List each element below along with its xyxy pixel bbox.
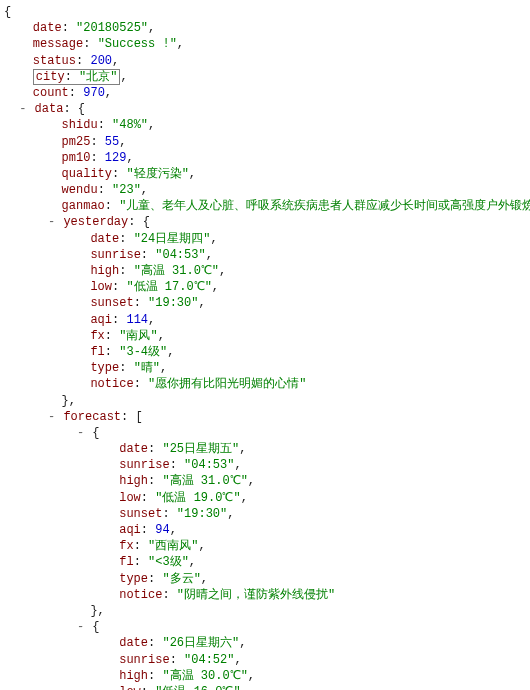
json-line: low: "低温 19.0℃", bbox=[4, 490, 530, 506]
json-key: date bbox=[119, 442, 148, 456]
collapse-toggle[interactable]: - bbox=[47, 214, 56, 230]
collapse-toggle[interactable]: - bbox=[76, 619, 85, 635]
json-string-value: "19:30" bbox=[177, 507, 227, 521]
json-line: }, bbox=[4, 393, 530, 409]
json-property: low: "低温 17.0℃" bbox=[90, 280, 211, 294]
json-bracket-open: { bbox=[92, 426, 99, 440]
json-line: shidu: "48%", bbox=[4, 117, 530, 133]
json-property: date: "24日星期四" bbox=[90, 232, 210, 246]
json-property: high: "高温 31.0℃" bbox=[90, 264, 219, 278]
json-property: count: 970 bbox=[33, 86, 105, 100]
json-string-value: "高温 31.0℃" bbox=[162, 474, 247, 488]
json-line: low: "低温 17.0℃", bbox=[4, 279, 530, 295]
json-key: forecast bbox=[63, 410, 121, 424]
json-property: sunset: "19:30" bbox=[119, 507, 227, 521]
json-string-value: "多云" bbox=[162, 572, 200, 586]
json-line: sunrise: "04:53", bbox=[4, 457, 530, 473]
json-string-value: "48%" bbox=[112, 118, 148, 132]
json-string-value: "阴晴之间，谨防紫外线侵扰" bbox=[177, 588, 335, 602]
json-key: sunrise bbox=[90, 248, 140, 262]
json-key: low bbox=[90, 280, 112, 294]
json-property: sunrise: "04:53" bbox=[90, 248, 205, 262]
json-line: type: "多云", bbox=[4, 571, 530, 587]
json-property: type: "多云" bbox=[119, 572, 201, 586]
json-string-value: "低温 17.0℃" bbox=[126, 280, 211, 294]
json-line: date: "24日星期四", bbox=[4, 231, 530, 247]
json-key: sunrise bbox=[119, 458, 169, 472]
json-string-value: "04:52" bbox=[184, 653, 234, 667]
json-line: - forecast: [ bbox=[4, 409, 530, 425]
json-line: high: "高温 31.0℃", bbox=[4, 473, 530, 489]
json-key: notice bbox=[119, 588, 162, 602]
json-line: pm10: 129, bbox=[4, 150, 530, 166]
collapse-toggle[interactable]: - bbox=[18, 101, 27, 117]
json-property: high: "高温 30.0℃" bbox=[119, 669, 248, 683]
json-key: ganmao bbox=[62, 199, 105, 213]
json-line: date: "26日星期六", bbox=[4, 635, 530, 651]
json-string-value: "低温 19.0℃" bbox=[155, 491, 240, 505]
json-string-value: "04:53" bbox=[184, 458, 234, 472]
collapse-toggle[interactable]: - bbox=[47, 409, 56, 425]
json-key: date bbox=[90, 232, 119, 246]
json-line: fl: "<3级", bbox=[4, 554, 530, 570]
json-string-value: "轻度污染" bbox=[126, 167, 188, 181]
json-line: { bbox=[4, 4, 530, 20]
json-line: pm25: 55, bbox=[4, 134, 530, 150]
json-key: type bbox=[119, 572, 148, 586]
json-key: city bbox=[36, 70, 65, 84]
json-property: city: "北京" bbox=[33, 69, 121, 85]
json-line: sunset: "19:30", bbox=[4, 506, 530, 522]
json-string-value: "Success !" bbox=[98, 37, 177, 51]
json-string-value: "西南风" bbox=[148, 539, 198, 553]
json-key: shidu bbox=[62, 118, 98, 132]
json-property: fx: "南风" bbox=[90, 329, 157, 343]
json-key: fl bbox=[119, 555, 133, 569]
json-number-value: 55 bbox=[105, 135, 119, 149]
json-key: yesterday bbox=[63, 215, 128, 229]
json-line: count: 970, bbox=[4, 85, 530, 101]
json-line: wendu: "23", bbox=[4, 182, 530, 198]
json-line: - data: { bbox=[4, 101, 530, 117]
json-property: aqi: 94 bbox=[119, 523, 169, 537]
json-line: - { bbox=[4, 425, 530, 441]
json-line: sunrise: "04:52", bbox=[4, 652, 530, 668]
json-string-value: "20180525" bbox=[76, 21, 148, 35]
json-line: ganmao: "儿童、老年人及心脏、呼吸系统疾病患者人群应减少长时间或高强度户… bbox=[4, 198, 530, 214]
json-string-value: "愿你拥有比阳光明媚的心情" bbox=[148, 377, 306, 391]
json-key: pm10 bbox=[62, 151, 91, 165]
json-key: fx bbox=[90, 329, 104, 343]
json-key: aqi bbox=[90, 313, 112, 327]
json-line: aqi: 114, bbox=[4, 312, 530, 328]
json-string-value: "24日星期四" bbox=[134, 232, 211, 246]
json-property: low: "低温 19.0℃" bbox=[119, 491, 240, 505]
json-property: low: "低温 16.0℃" bbox=[119, 685, 240, 690]
json-line: sunset: "19:30", bbox=[4, 295, 530, 311]
json-number-value: 94 bbox=[155, 523, 169, 537]
json-property: wendu: "23" bbox=[62, 183, 141, 197]
json-number-value: 970 bbox=[83, 86, 105, 100]
json-string-value: "23" bbox=[112, 183, 141, 197]
json-property: aqi: 114 bbox=[90, 313, 148, 327]
json-key: type bbox=[90, 361, 119, 375]
json-string-value: "低温 16.0℃" bbox=[155, 685, 240, 690]
json-property: type: "晴" bbox=[90, 361, 160, 375]
json-string-value: "04:53" bbox=[155, 248, 205, 262]
json-property: quality: "轻度污染" bbox=[62, 167, 189, 181]
json-line: date: "25日星期五", bbox=[4, 441, 530, 457]
json-bracket-close: }, bbox=[62, 394, 76, 408]
json-property: notice: "愿你拥有比阳光明媚的心情" bbox=[90, 377, 306, 391]
json-string-value: "儿童、老年人及心脏、呼吸系统疾病患者人群应减少长时间或高强度户外锻炼" bbox=[119, 199, 530, 213]
json-key: sunrise bbox=[119, 653, 169, 667]
json-bracket-close: }, bbox=[90, 604, 104, 618]
json-line: type: "晴", bbox=[4, 360, 530, 376]
json-key: wendu bbox=[62, 183, 98, 197]
json-line: status: 200, bbox=[4, 53, 530, 69]
json-property: shidu: "48%" bbox=[62, 118, 148, 132]
collapse-toggle[interactable]: - bbox=[76, 425, 85, 441]
json-key: high bbox=[119, 474, 148, 488]
json-key: sunset bbox=[119, 507, 162, 521]
json-line: low: "低温 16.0℃", bbox=[4, 684, 530, 690]
json-line: date: "20180525", bbox=[4, 20, 530, 36]
json-key: low bbox=[119, 491, 141, 505]
json-property: sunrise: "04:53" bbox=[119, 458, 234, 472]
